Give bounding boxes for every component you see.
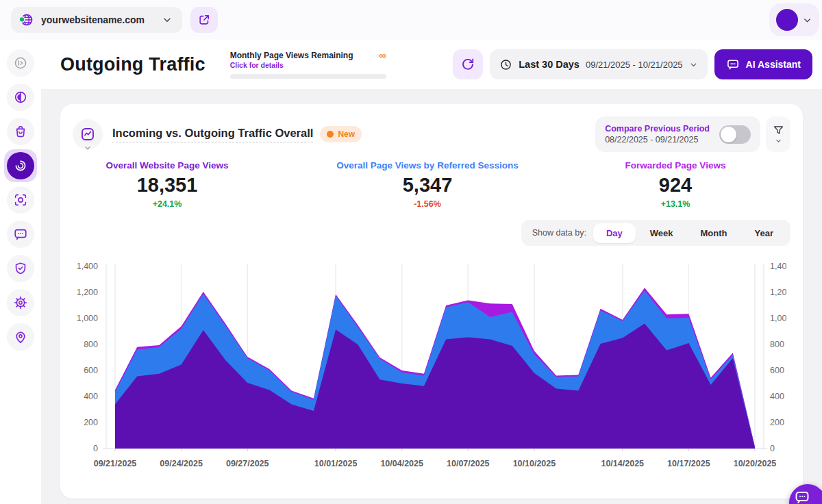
sidebar-item-messages[interactable] — [7, 220, 34, 248]
clock-icon — [499, 58, 512, 71]
svg-text:10/07/2025: 10/07/2025 — [447, 459, 490, 468]
sidebar-item-analytics[interactable] — [7, 84, 34, 111]
quota-progress-bar — [230, 74, 386, 79]
stat-label: Overall Page Views by Referred Sessions — [274, 160, 581, 171]
open-website-button[interactable] — [190, 7, 218, 33]
sidebar-item-security[interactable] — [7, 255, 34, 282]
svg-text:800: 800 — [770, 340, 784, 349]
account-menu[interactable] — [769, 3, 819, 36]
widget-menu-button[interactable] — [73, 119, 103, 149]
collapse-sidebar-icon — [13, 55, 28, 71]
quota-widget: Monthly Page Views Remaining Click for d… — [230, 51, 386, 79]
svg-text:800: 800 — [84, 340, 98, 349]
chart-toolbar: Show data by: Day Week Month Year — [60, 220, 803, 246]
compare-range: 08/22/2025 - 09/21/2025 — [605, 134, 710, 145]
chart-area: 002002004004006006008008001,0001,0001,20… — [60, 251, 803, 479]
svg-text:10/17/2025: 10/17/2025 — [667, 459, 710, 468]
infinity-icon: ∞ — [379, 51, 386, 60]
compare-label: Compare Previous Period — [605, 123, 710, 134]
ai-assistant-button[interactable]: AI Assistant — [714, 49, 812, 79]
topbar: yourwebsitename.com — [0, 0, 822, 40]
tab-year[interactable]: Year — [742, 223, 786, 243]
date-range-picker[interactable]: Last 30 Days 09/21/2025 - 10/21/2025 — [490, 49, 707, 79]
svg-text:1,200: 1,200 — [770, 288, 786, 297]
svg-text:1,400: 1,400 — [770, 262, 786, 271]
svg-text:09/27/2025: 09/27/2025 — [226, 459, 269, 468]
stat-forwarded-page-views: Forwarded Page Views 924 +13.1% — [581, 160, 770, 209]
svg-text:10/01/2025: 10/01/2025 — [314, 459, 358, 468]
quota-label: Monthly Page Views Remaining — [230, 51, 353, 60]
website-selector[interactable]: yourwebsitename.com — [11, 7, 182, 33]
location-pin-icon — [13, 329, 28, 344]
stat-value: 924 — [581, 174, 770, 197]
chat-messages-icon — [13, 227, 28, 242]
svg-text:10/04/2025: 10/04/2025 — [380, 459, 423, 468]
stat-label: Forwarded Page Views — [581, 160, 770, 171]
svg-text:1,200: 1,200 — [77, 288, 98, 297]
sidebar-item-settings[interactable] — [7, 289, 34, 316]
stats-row: Overall Website Page Views 18,351 +24.1%… — [60, 160, 803, 209]
tab-day[interactable]: Day — [593, 223, 636, 243]
stat-referred-sessions: Overall Page Views by Referred Sessions … — [274, 160, 581, 209]
svg-text:09/24/2025: 09/24/2025 — [160, 459, 203, 468]
chevron-down-icon — [162, 14, 173, 25]
security-shield-icon — [13, 261, 28, 276]
sidebar-item-traffic[interactable] — [4, 149, 37, 182]
svg-text:10/10/2025: 10/10/2025 — [513, 459, 556, 468]
chat-bubble-icon — [726, 58, 740, 71]
svg-text:200: 200 — [770, 418, 784, 427]
external-link-icon — [197, 13, 211, 27]
svg-text:1,000: 1,000 — [770, 314, 786, 323]
refresh-button[interactable] — [453, 49, 483, 79]
svg-text:10/20/2025: 10/20/2025 — [734, 459, 777, 468]
tab-month[interactable]: Month — [688, 223, 740, 243]
filter-button[interactable] — [766, 116, 790, 152]
stat-overall-page-views: Overall Website Page Views 18,351 +24.1% — [60, 160, 274, 209]
svg-text:10/14/2025: 10/14/2025 — [601, 459, 644, 468]
svg-text:1,400: 1,400 — [77, 262, 98, 271]
compare-toggle[interactable] — [719, 125, 751, 144]
sidebar-item-store[interactable] — [7, 118, 34, 145]
stat-label: Overall Website Page Views — [60, 160, 274, 171]
tab-week[interactable]: Week — [637, 223, 686, 243]
date-range-preset: Last 30 Days — [519, 59, 580, 70]
page-header: Outgoing Traffic Monthly Page Views Rema… — [41, 40, 822, 90]
stat-delta: -1.56% — [274, 199, 581, 209]
svg-text:600: 600 — [84, 366, 98, 375]
funnel-icon — [772, 124, 785, 137]
date-range-value: 09/21/2025 - 10/21/2025 — [586, 60, 683, 70]
store-bag-icon — [13, 124, 28, 139]
show-data-by-control: Show data by: Day Week Month Year — [521, 220, 790, 246]
svg-text:200: 200 — [84, 418, 98, 427]
stat-value: 18,351 — [60, 174, 274, 197]
toggle-knob — [721, 127, 736, 142]
card-title: Incoming vs. Outgoing Traffic Overall — [112, 127, 313, 142]
page-title: Outgoing Traffic — [60, 54, 206, 75]
svg-text:400: 400 — [770, 392, 784, 401]
chevron-down-icon — [775, 137, 782, 144]
sidebar — [0, 40, 42, 504]
analytics-pie-icon — [13, 90, 28, 105]
stat-delta: +13.1% — [581, 199, 770, 209]
capture-scan-icon — [13, 192, 28, 207]
svg-text:400: 400 — [84, 392, 98, 401]
chevron-down-icon — [689, 60, 698, 69]
quota-details-link[interactable]: Click for details — [230, 61, 353, 69]
traffic-card: Incoming vs. Outgoing Traffic Overall Ne… — [60, 104, 803, 499]
traffic-spiral-icon — [7, 152, 34, 179]
sidebar-item-location[interactable] — [7, 323, 34, 351]
badge-dot-icon — [327, 131, 334, 138]
ai-assistant-label: AI Assistant — [746, 59, 801, 70]
badge-label: New — [338, 129, 355, 139]
svg-text:0: 0 — [770, 444, 775, 453]
settings-gear-icon — [13, 295, 28, 310]
svg-text:1,000: 1,000 — [77, 314, 98, 323]
sidebar-item-collapse[interactable] — [7, 49, 34, 77]
svg-text:09/21/2025: 09/21/2025 — [94, 459, 137, 468]
svg-text:600: 600 — [770, 366, 784, 375]
website-name: yourwebsitename.com — [41, 14, 155, 25]
sidebar-item-capture[interactable] — [7, 186, 34, 214]
stat-delta: +24.1% — [60, 199, 274, 209]
refresh-icon — [460, 57, 475, 72]
chevron-down-icon — [84, 144, 92, 152]
